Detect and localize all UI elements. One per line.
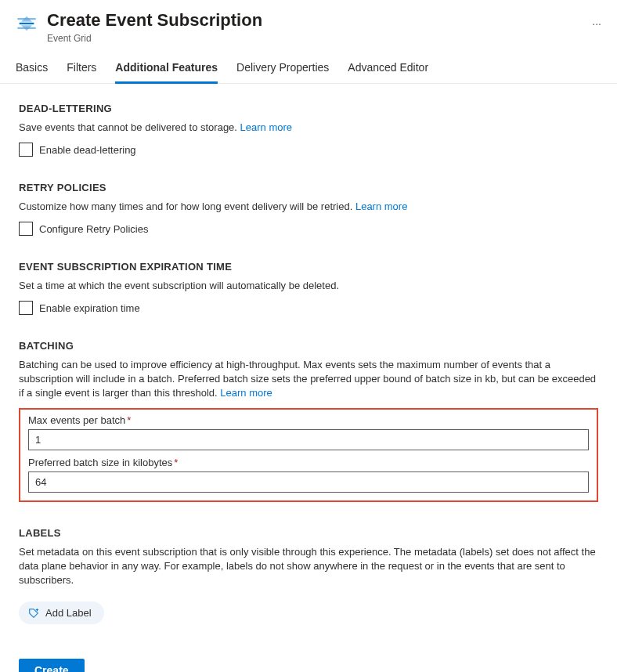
dead-lettering-learn-more-link[interactable]: Learn more [240, 121, 292, 133]
page-header: Create Event Subscription Event Grid ··· [0, 0, 617, 50]
batching-title: BATCHING [19, 340, 598, 352]
required-indicator: * [127, 414, 131, 426]
tag-plus-icon [28, 608, 39, 619]
tab-basics[interactable]: Basics [16, 56, 48, 84]
dead-lettering-title: DEAD-LETTERING [19, 103, 598, 114]
batching-section: BATCHING Batching can be used to improve… [19, 340, 598, 502]
add-label-button[interactable]: Add Label [19, 602, 104, 624]
enable-expiration-checkbox[interactable] [19, 301, 33, 315]
max-events-label: Max events per batch* [28, 414, 589, 426]
expiration-desc: Set a time at which the event subscripti… [19, 279, 598, 293]
batch-size-label-text: Preferred batch size in kilobytes [28, 457, 172, 468]
tab-advanced-editor[interactable]: Advanced Editor [348, 56, 428, 84]
page-title: Create Event Subscription [47, 9, 570, 31]
labels-section: LABELS Set metadata on this event subscr… [19, 527, 598, 624]
configure-retry-row: Configure Retry Policies [19, 222, 598, 236]
tab-filters[interactable]: Filters [67, 56, 96, 84]
tab-delivery-properties[interactable]: Delivery Properties [236, 56, 329, 84]
labels-title: LABELS [19, 527, 598, 539]
retry-policies-desc-text: Customize how many times and for how lon… [19, 201, 355, 212]
retry-policies-desc: Customize how many times and for how lon… [19, 200, 598, 214]
batching-highlight-box: Max events per batch* Preferred batch si… [19, 408, 598, 502]
batch-size-field: Preferred batch size in kilobytes* [28, 457, 589, 493]
configure-retry-checkbox[interactable] [19, 222, 33, 236]
svg-rect-2 [20, 23, 34, 24]
footer: Create [0, 646, 617, 672]
batch-size-input[interactable] [28, 471, 589, 493]
dead-lettering-section: DEAD-LETTERING Save events that cannot b… [19, 103, 598, 157]
dead-lettering-desc: Save events that cannot be delivered to … [19, 121, 598, 135]
labels-desc: Set metadata on this event subscription … [19, 545, 598, 587]
dead-lettering-desc-text: Save events that cannot be delivered to … [19, 121, 240, 133]
enable-expiration-row: Enable expiration time [19, 301, 598, 315]
max-events-label-text: Max events per batch [28, 414, 125, 426]
batch-size-label: Preferred batch size in kilobytes* [28, 457, 589, 468]
expiration-section: EVENT SUBSCRIPTION EXPIRATION TIME Set a… [19, 261, 598, 315]
retry-policies-title: RETRY POLICIES [19, 182, 598, 193]
retry-policies-section: RETRY POLICIES Customize how many times … [19, 182, 598, 236]
create-button[interactable]: Create [19, 659, 85, 672]
expiration-title: EVENT SUBSCRIPTION EXPIRATION TIME [19, 261, 598, 273]
max-events-field: Max events per batch* [28, 414, 589, 450]
enable-dead-lettering-label: Enable dead-lettering [39, 144, 136, 156]
max-events-input[interactable] [28, 429, 589, 450]
add-label-text: Add Label [45, 607, 92, 619]
event-grid-icon [16, 13, 38, 34]
more-actions-icon[interactable]: ··· [592, 17, 601, 30]
enable-expiration-label: Enable expiration time [39, 302, 140, 314]
tab-bar: Basics Filters Additional Features Deliv… [0, 50, 617, 84]
retry-learn-more-link[interactable]: Learn more [355, 201, 407, 212]
batching-learn-more-link[interactable]: Learn more [220, 387, 272, 399]
batching-desc: Batching can be used to improve efficien… [19, 358, 598, 400]
enable-dead-lettering-checkbox[interactable] [19, 143, 33, 157]
page-subtitle: Event Grid [47, 33, 570, 44]
tab-additional-features[interactable]: Additional Features [115, 56, 218, 84]
content-area: DEAD-LETTERING Save events that cannot b… [0, 84, 617, 646]
enable-dead-lettering-row: Enable dead-lettering [19, 143, 598, 157]
required-indicator: * [174, 457, 178, 468]
batching-desc-text: Batching can be used to improve efficien… [19, 359, 596, 399]
configure-retry-label: Configure Retry Policies [39, 223, 148, 235]
